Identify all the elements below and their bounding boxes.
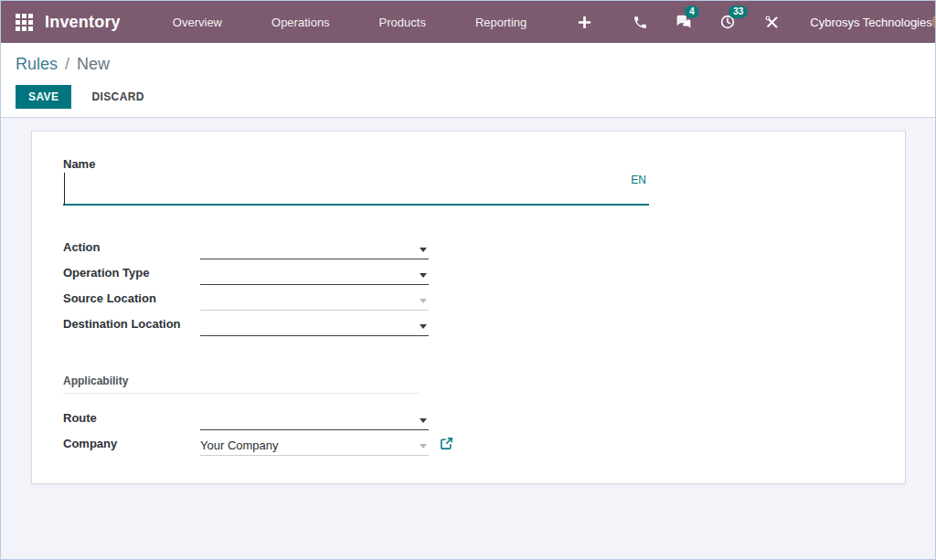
source-location-label: Source Location — [63, 291, 200, 305]
company-select: Your Company — [200, 436, 429, 456]
route-label: Route — [63, 411, 200, 425]
form-sheet: Name EN Action Operation Type — [31, 131, 906, 484]
destination-location-label: Destination Location — [63, 317, 200, 331]
chevron-down-icon — [420, 418, 427, 423]
external-link-icon[interactable] — [440, 437, 453, 450]
applicability-fields-group: Route Company Your Company — [63, 405, 868, 456]
chevron-down-icon — [420, 273, 427, 278]
destination-location-row: Destination Location — [63, 311, 868, 336]
text-cursor — [64, 173, 65, 205]
action-row: Action — [63, 234, 868, 259]
breadcrumb-separator: / — [62, 55, 72, 73]
action-select[interactable] — [200, 239, 429, 259]
content-area: Name EN Action Operation Type — [1, 118, 935, 559]
operation-type-label: Operation Type — [63, 266, 200, 280]
breadcrumb-current: New — [77, 55, 110, 73]
chevron-down-icon — [420, 299, 427, 303]
chevron-down-icon — [420, 444, 427, 449]
menu-reporting[interactable]: Reporting — [451, 3, 551, 42]
save-button[interactable]: SAVE — [16, 85, 71, 109]
messages-badge: 4 — [685, 5, 699, 18]
chevron-down-icon — [420, 248, 427, 252]
operation-type-select[interactable] — [200, 265, 429, 285]
systray: 4 33 Cybrosys Technologies — [562, 12, 931, 32]
breadcrumb-rules-link[interactable]: Rules — [16, 55, 58, 73]
discard-button[interactable]: DISCARD — [84, 85, 151, 109]
company-label: Company — [63, 437, 200, 450]
top-menu: Overview Operations Products Reporting — [148, 3, 551, 42]
name-label: Name — [63, 157, 649, 171]
user-menu[interactable]: Mitchell Admin — [932, 12, 936, 32]
breadcrumb: Rules / New — [16, 55, 920, 74]
name-input[interactable]: EN — [63, 171, 649, 206]
main-navbar: Inventory Overview Operations Products R… — [1, 1, 935, 43]
activities-badge: 33 — [729, 5, 748, 18]
source-location-select — [200, 291, 429, 311]
user-avatar — [932, 12, 936, 32]
control-panel: Rules / New SAVE DISCARD — [1, 43, 935, 118]
destination-location-select[interactable] — [200, 316, 429, 336]
menu-operations[interactable]: Operations — [247, 3, 355, 42]
phone-icon[interactable] — [630, 12, 650, 32]
main-fields-group: Action Operation Type Source Location — [63, 234, 868, 336]
company-switcher[interactable]: Cybrosys Technologies — [810, 16, 931, 29]
route-select[interactable] — [200, 410, 429, 430]
menu-overview[interactable]: Overview — [148, 3, 247, 42]
tools-icon[interactable] — [761, 12, 782, 32]
plus-icon[interactable] — [574, 12, 594, 32]
activities-clock-icon[interactable]: 33 — [718, 12, 738, 32]
app-name[interactable]: Inventory — [45, 13, 121, 32]
chevron-down-icon — [420, 324, 427, 329]
source-location-row: Source Location — [63, 285, 868, 311]
menu-products[interactable]: Products — [355, 3, 451, 42]
messages-icon[interactable]: 4 — [674, 12, 694, 32]
translation-badge[interactable]: EN — [631, 174, 646, 186]
apps-grid-icon[interactable] — [16, 13, 33, 31]
route-row: Route — [63, 405, 868, 430]
company-row: Company Your Company — [63, 430, 868, 456]
action-label: Action — [63, 240, 200, 254]
operation-type-row: Operation Type — [63, 259, 868, 285]
applicability-section-title: Applicability — [63, 375, 419, 394]
name-field-group: Name EN — [63, 157, 649, 206]
control-panel-buttons: SAVE DISCARD — [16, 85, 920, 109]
